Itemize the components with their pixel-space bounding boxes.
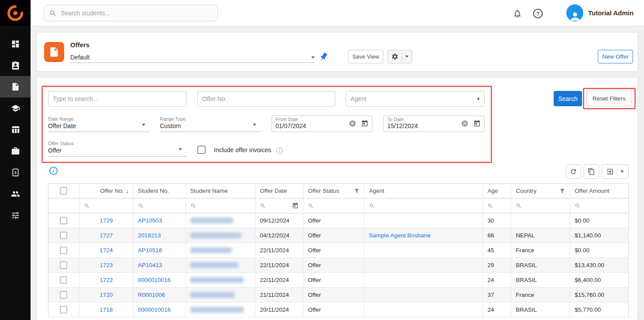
offer-no-link[interactable]: 1727 [100,232,113,239]
sidebar-item-offers[interactable] [0,76,31,97]
row-checkbox[interactable] [60,276,67,284]
country-cell: France [511,243,570,257]
range-type-select[interactable]: Range Type Custom [160,115,261,132]
col-header-agent[interactable]: Agent [365,184,483,198]
sidebar-item-dashboard[interactable] [0,33,31,55]
grid-info-icon[interactable]: i [49,167,58,175]
country-column-search[interactable] [511,198,570,213]
user-name[interactable]: Tutorial Admin [588,9,634,17]
app-logo[interactable] [0,0,31,26]
save-view-button[interactable]: Save View [348,50,383,63]
col-header-country[interactable]: Country [511,184,570,198]
refresh-button[interactable] [566,164,581,179]
col-header-student-name[interactable]: Student Name [186,184,256,198]
col-header-student-no[interactable]: Student No. [134,184,186,198]
offer-no-input[interactable] [202,95,331,102]
redacted-student-name [190,307,244,313]
agent-column-search[interactable] [365,198,483,213]
include-offer-invoices-checkbox[interactable] [197,146,206,154]
col-header-offer-date[interactable]: Offer Date [255,184,303,198]
offer-no-link[interactable]: 1724 [100,247,113,254]
redacted-student-name [190,277,244,283]
view-selector[interactable]: Default [70,52,315,63]
new-offer-button[interactable]: New Offer [598,50,633,63]
export-button[interactable] [602,164,629,179]
text-search-field[interactable] [48,91,186,107]
text-search-input[interactable] [53,95,182,102]
row-checkbox[interactable] [60,247,67,254]
agent-link[interactable]: Sample Agent Brisbane [369,232,430,239]
offer-status-value: Offer [48,147,186,154]
user-avatar[interactable] [566,4,583,21]
student-no-link[interactable]: 0000010016 [138,306,171,313]
row-checkbox[interactable] [60,291,67,299]
offer-amount-column-search[interactable] [570,198,628,213]
col-header-age[interactable]: Age [483,184,511,198]
offer-date-column-search[interactable] [255,198,303,213]
offer-no-column-search[interactable] [79,198,134,213]
calendar-icon[interactable] [292,202,299,209]
calendar-icon[interactable] [361,120,368,127]
search-button[interactable]: Search [554,91,582,106]
reset-filters-button[interactable]: Reset Filters [586,91,632,106]
select-all-checkbox[interactable] [60,187,67,195]
offer-no-link[interactable]: 1729 [100,217,113,224]
notifications-button[interactable] [511,7,524,20]
sidebar-item-reports[interactable] [0,119,31,140]
offer-no-link[interactable]: 1720 [100,292,113,298]
sidebar-item-students[interactable] [0,55,31,76]
export-icon [606,168,614,175]
from-date-input[interactable]: From Date 01/07/2024 [272,115,372,132]
country-cell [511,213,570,228]
filter-funnel-icon[interactable] [354,188,360,194]
student-search-box[interactable] [44,5,218,21]
filter-funnel-icon[interactable] [559,188,565,194]
offer-status-select[interactable]: Offer Status Offer [48,140,186,157]
col-header-offer-no[interactable]: Offer No.↓ [79,184,134,198]
copy-button[interactable] [584,164,599,179]
divider [617,168,617,176]
help-button[interactable]: ? [531,7,544,20]
offer-no-link[interactable]: 1722 [100,277,113,283]
student-no-link[interactable]: AP10516 [138,247,162,254]
student-no-link[interactable]: 0000010016 [138,277,171,283]
offer-status-column-search[interactable] [303,198,365,213]
sidebar-item-courses[interactable] [0,97,31,119]
view-settings-button[interactable] [387,50,412,63]
offer-no-field[interactable] [197,91,335,107]
agent-dropdown-placeholder: Agent [351,95,367,102]
row-checkbox[interactable] [60,217,67,224]
date-range-select[interactable]: Date Range Offer Date [48,115,150,132]
clear-icon[interactable] [349,120,356,127]
student-name-column-search[interactable] [186,198,256,213]
offer-no-link[interactable]: 1723 [100,262,113,268]
age-column-search[interactable] [483,198,511,213]
student-no-link[interactable]: R0001006 [138,292,165,298]
student-no-link[interactable]: AP10413 [138,262,162,268]
sidebar-item-invoices[interactable]: $ [0,162,31,183]
calendar-icon[interactable] [473,120,481,127]
redacted-student-name [190,233,241,238]
student-no-column-search[interactable] [134,198,186,213]
pin-view-button[interactable] [319,52,328,62]
table-row: 1720 R0001006 21/11/2024 Offer 37 France… [48,288,628,303]
sidebar-item-settings[interactable] [0,205,31,226]
student-no-link[interactable]: 2018213 [138,232,161,239]
offer-amount-cell: $5,770.00 [570,303,628,317]
agent-dropdown[interactable]: Agent [346,91,485,107]
gear-icon [391,53,399,60]
offer-status-cell: Offer [303,288,365,302]
to-date-input[interactable]: To Date 15/12/2024 [383,115,485,132]
student-search-input[interactable] [61,10,212,17]
student-no-link[interactable]: AP10503 [138,217,162,224]
row-checkbox[interactable] [60,306,67,313]
sidebar-item-agents[interactable] [0,183,31,205]
clear-icon[interactable] [461,120,468,127]
col-header-offer-status[interactable]: Offer Status [303,184,365,198]
sidebar-item-services[interactable] [0,140,31,162]
col-header-offer-amount[interactable]: Offer Amount [570,184,628,198]
offer-status-label: Offer Status [48,141,186,146]
row-checkbox[interactable] [60,261,67,269]
offer-no-link[interactable]: 1718 [100,306,113,313]
row-checkbox[interactable] [60,232,67,239]
